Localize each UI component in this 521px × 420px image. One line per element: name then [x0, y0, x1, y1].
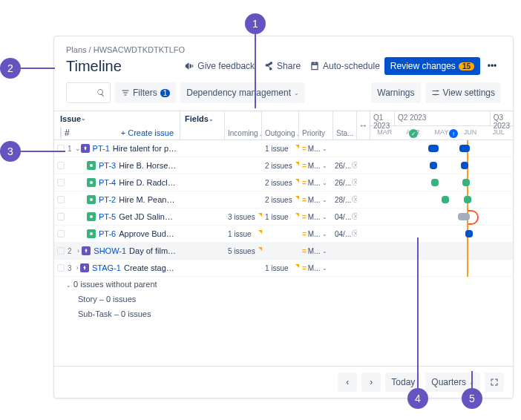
chevron-down-icon: ⌄ [322, 265, 327, 272]
expand-toggle[interactable]: › [75, 264, 80, 272]
expand-toggle[interactable]: › [75, 247, 82, 255]
priority-cell[interactable]: = M... ⌄ [299, 162, 333, 170]
search-input[interactable] [66, 82, 111, 103]
incoming-cell[interactable]: 5 issues [225, 247, 262, 255]
priority-cell[interactable]: = M... ⌄ [299, 145, 333, 153]
issue-summary[interactable]: Hire talent for premie... [113, 144, 177, 153]
issue-summary[interactable]: Day of filming [129, 246, 177, 255]
fields-column-header[interactable]: Fields [185, 114, 209, 123]
issue-key[interactable]: SHOW-1 [94, 246, 126, 255]
priority-medium-icon: = [302, 213, 307, 221]
table-row[interactable]: PT-3Hire B. Horseman2 issues= M... ⌄26/.… [54, 157, 513, 174]
row-checkbox[interactable] [57, 196, 65, 203]
timeline-bar[interactable] [464, 196, 471, 203]
fullscreen-button[interactable] [485, 373, 504, 392]
incoming-cell[interactable]: 1 issue [225, 230, 262, 238]
month-label: JUL [485, 126, 513, 141]
table-row[interactable]: PT-5Get JD Salinger's...3 issues1 issue=… [54, 209, 513, 226]
start-date-cell[interactable]: 04/... ⓧ [333, 229, 357, 239]
select-all-checkbox[interactable] [60, 127, 62, 139]
outgoing-cell[interactable]: 2 issues [262, 196, 299, 204]
timeline-bar[interactable] [462, 179, 470, 186]
priority-cell[interactable]: = M... ⌄ [299, 196, 333, 204]
auto-schedule-button[interactable]: Auto-schedule [305, 58, 384, 74]
row-checkbox[interactable] [57, 162, 65, 169]
table-row[interactable]: PT-6Approve Budget1 issue= M... ⌄04/... … [54, 226, 513, 243]
timeline-bar[interactable] [459, 145, 470, 152]
table-row[interactable]: 2›SHOW-1Day of filming5 issues= M... ⌄ [54, 243, 513, 260]
next-button[interactable]: › [361, 373, 381, 392]
issue-summary[interactable]: Create stage for s... [124, 263, 177, 272]
issue-key[interactable]: PT-2 [99, 195, 116, 204]
no-parent-section[interactable]: ⌄ 0 issues without parent [54, 277, 513, 292]
outgoing-cell[interactable]: 2 issues [262, 179, 299, 187]
dependency-management-button[interactable]: Dependency management⌄ [180, 82, 305, 103]
breadcrumb-project: HWSACWDTKDTKTLFO [94, 45, 185, 54]
start-date-cell[interactable]: 26/... ⓧ [333, 160, 357, 171]
priority-cell[interactable]: = M... ⌄ [299, 247, 333, 255]
issue-summary[interactable]: Get JD Salinger's... [119, 212, 177, 221]
create-issue-button[interactable]: + Create issue [121, 128, 174, 137]
timeline-bar[interactable] [442, 196, 449, 203]
table-row[interactable]: PT-2Hire M. Peanut B...2 issues= M... ⌄2… [54, 191, 513, 209]
issue-column-header[interactable]: Issue [60, 114, 81, 123]
story-icon [87, 178, 96, 187]
row-checkbox[interactable] [57, 213, 65, 220]
timeline-bar[interactable] [430, 162, 437, 169]
clear-icon[interactable]: ⓧ [352, 211, 357, 222]
outgoing-cell[interactable]: 1 issue [262, 213, 299, 221]
outgoing-cell[interactable]: 2 issues [262, 162, 299, 170]
milestone-marker[interactable]: ! [449, 129, 458, 138]
start-date-cell[interactable]: 04/... ⓧ [333, 211, 357, 222]
row-checkbox[interactable] [57, 264, 65, 272]
timeline-bar[interactable] [461, 162, 468, 169]
table-row[interactable]: 3›STAG-1Create stage for s...1 issue= M.… [54, 260, 513, 277]
expand-icon [490, 378, 499, 387]
table-row[interactable]: PT-4Hire D. Radcliffe2 issues= M... ⌄26/… [54, 174, 513, 191]
clear-icon[interactable]: ⓧ [352, 177, 357, 188]
priority-cell[interactable]: = M... ⌄ [299, 179, 333, 187]
column-resize-handle[interactable]: ↔ [357, 111, 370, 140]
table-row[interactable]: 1⌄PT-1Hire talent for premie...1 issue= … [54, 140, 513, 157]
more-menu-button[interactable]: ••• [483, 57, 501, 75]
expand-toggle[interactable]: ⌄ [75, 145, 81, 152]
callout-2: 2 [0, 58, 21, 79]
issue-key[interactable]: PT-6 [99, 229, 116, 238]
issue-key[interactable]: PT-3 [99, 161, 116, 170]
milestone-marker[interactable]: ✓ [409, 129, 418, 138]
issue-key[interactable]: PT-1 [93, 144, 110, 153]
breadcrumb-root[interactable]: Plans [66, 45, 87, 54]
filters-button[interactable]: Filters1 [115, 82, 176, 103]
issue-key[interactable]: PT-4 [99, 178, 116, 187]
row-checkbox[interactable] [57, 247, 65, 255]
clear-icon[interactable]: ⓧ [352, 229, 357, 239]
priority-cell[interactable]: = M... ⌄ [299, 213, 333, 221]
warnings-button[interactable]: Warnings [371, 82, 420, 103]
row-checkbox[interactable] [57, 179, 65, 186]
row-checkbox[interactable] [57, 230, 65, 237]
share-button[interactable]: Share [259, 58, 305, 74]
issue-key[interactable]: PT-5 [99, 212, 116, 221]
priority-cell[interactable]: = M... ⌄ [299, 230, 333, 238]
issue-summary[interactable]: Hire B. Horseman [119, 161, 177, 170]
prev-button[interactable]: ‹ [338, 373, 357, 392]
outgoing-cell[interactable]: 1 issue [262, 145, 299, 153]
outgoing-cell[interactable]: 1 issue [262, 264, 299, 272]
issue-summary[interactable]: Approve Budget [119, 229, 177, 238]
incoming-cell[interactable]: 3 issues [225, 213, 262, 221]
timeline-bar[interactable] [465, 230, 473, 237]
start-date-cell[interactable]: 28/... ⓧ [333, 194, 357, 205]
timeline-bar[interactable] [428, 145, 439, 152]
view-settings-button[interactable]: View settings [425, 82, 501, 103]
review-changes-button[interactable]: Review changes15 [384, 57, 480, 75]
clear-icon[interactable]: ⓧ [352, 194, 357, 205]
clear-icon[interactable]: ⓧ [352, 160, 357, 171]
issue-summary[interactable]: Hire D. Radcliffe [119, 178, 177, 187]
priority-cell[interactable]: = M... ⌄ [299, 264, 333, 272]
start-date-cell[interactable]: 26/... ⓧ [333, 177, 357, 188]
issue-summary[interactable]: Hire M. Peanut B... [119, 195, 177, 204]
issue-key[interactable]: STAG-1 [92, 263, 121, 272]
svg-point-1 [435, 94, 436, 96]
timeline-bar[interactable] [431, 179, 439, 186]
give-feedback-button[interactable]: Give feedback [180, 58, 259, 74]
